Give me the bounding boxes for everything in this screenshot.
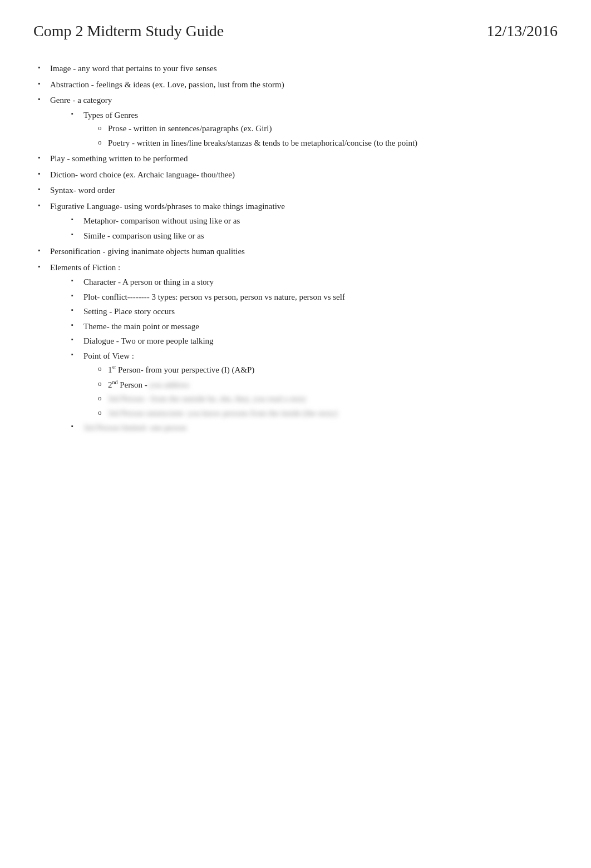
item-text: Figurative Language- using words/phrases…	[50, 202, 285, 211]
sub-sub-list: Prose - written in sentences/paragraphs …	[83, 122, 558, 149]
list-item: Plot- conflict-------- 3 types: person v…	[67, 291, 558, 304]
item-text: Play - something written to be performed	[50, 154, 188, 163]
item-text: Abstraction - feelings & ideas (ex. Love…	[50, 80, 284, 89]
list-item: Syntax- word order	[33, 184, 558, 197]
item-text: 3rd Person omniscient- you know persons …	[108, 409, 337, 418]
item-text: Metaphor- comparison without using like …	[83, 216, 240, 225]
main-content: Image - any word that pertains to your f…	[33, 62, 558, 434]
item-text: 1st Person- from your perspective (I) (A…	[108, 365, 254, 374]
item-text: 3rd Person - from the outside he, she, t…	[108, 394, 307, 403]
list-item: Figurative Language- using words/phrases…	[33, 200, 558, 242]
item-text: Character - A person or thing in a story	[83, 277, 214, 286]
page-title: Comp 2 Midterm Study Guide	[33, 22, 224, 40]
item-text: Point of View :	[83, 351, 134, 360]
list-item: Elements of Fiction : Character - A pers…	[33, 261, 558, 434]
list-item: Prose - written in sentences/paragraphs …	[95, 122, 558, 135]
list-item: Theme- the main point or message	[67, 320, 558, 333]
list-item: Image - any word that pertains to your f…	[33, 62, 558, 75]
page-date: 12/13/2016	[486, 22, 558, 40]
elements-of-fiction-list: Character - A person or thing in a story…	[50, 276, 558, 434]
list-item: 3rd Person omniscient- you know persons …	[95, 407, 558, 420]
list-item: Types of Genres Prose - written in sente…	[67, 109, 558, 150]
pov-list: 1st Person- from your perspective (I) (A…	[83, 363, 558, 419]
list-item: Metaphor- comparison without using like …	[67, 215, 558, 227]
sub-list: Types of Genres Prose - written in sente…	[50, 109, 558, 150]
list-item: Abstraction - feelings & ideas (ex. Love…	[33, 78, 558, 91]
item-text: 3rd Person limited- one person	[83, 423, 186, 432]
list-item: Diction- word choice (ex. Archaic langua…	[33, 168, 558, 181]
item-text: Syntax- word order	[50, 186, 115, 195]
item-text: Personification - giving inanimate objec…	[50, 247, 245, 256]
list-item: Genre - a category Types of Genres Prose…	[33, 94, 558, 149]
item-text: Dialogue - Two or more people talking	[83, 336, 214, 345]
main-list: Image - any word that pertains to your f…	[33, 62, 558, 434]
list-item: Personification - giving inanimate objec…	[33, 245, 558, 258]
list-item: 3rd Person - from the outside he, she, t…	[95, 393, 558, 405]
list-item: Setting - Place story occurs	[67, 305, 558, 318]
item-text: Simile - comparison using like or as	[83, 231, 204, 240]
item-text: Types of Genres	[83, 111, 138, 120]
item-text: Poetry - written in lines/line breaks/st…	[108, 138, 417, 147]
item-text: Diction- word choice (ex. Archaic langua…	[50, 170, 235, 179]
list-item: Dialogue - Two or more people talking	[67, 335, 558, 348]
item-text: 2nd Person - you address	[108, 380, 189, 389]
item-text: Prose - written in sentences/paragraphs …	[108, 124, 272, 133]
list-item: 2nd Person - you address	[95, 378, 558, 391]
item-text: Genre - a category	[50, 96, 112, 105]
item-text: Setting - Place story occurs	[83, 307, 175, 316]
item-text: Theme- the main point or message	[83, 322, 199, 331]
item-text: Plot- conflict-------- 3 types: person v…	[83, 292, 345, 301]
item-text: Elements of Fiction :	[50, 263, 120, 272]
list-item: Point of View : 1st Person- from your pe…	[67, 350, 558, 420]
page-header: Comp 2 Midterm Study Guide 12/13/2016	[33, 22, 558, 46]
list-item: 1st Person- from your perspective (I) (A…	[95, 363, 558, 376]
sub-list: Metaphor- comparison without using like …	[50, 215, 558, 242]
list-item: Play - something written to be performed	[33, 152, 558, 165]
list-item: Character - A person or thing in a story	[67, 276, 558, 289]
list-item: Poetry - written in lines/line breaks/st…	[95, 137, 558, 150]
item-text: Image - any word that pertains to your f…	[50, 64, 217, 73]
list-item: Simile - comparison using like or as	[67, 230, 558, 242]
list-item: 3rd Person limited- one person	[67, 421, 558, 434]
